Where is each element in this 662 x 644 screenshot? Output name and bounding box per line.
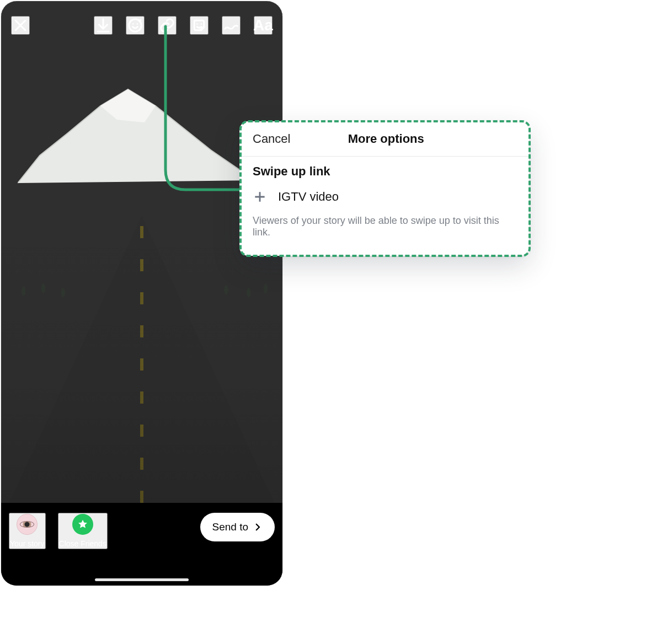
svg-point-2 (137, 23, 138, 25)
link-icon (159, 17, 175, 34)
svg-point-3 (196, 23, 198, 25)
send-to-button[interactable]: Send to (200, 513, 275, 541)
sheet-title: More options (256, 132, 516, 146)
sticker-button[interactable] (190, 16, 209, 35)
send-to-label: Send to (212, 521, 249, 533)
story-photo (1, 1, 282, 503)
your-story-destination[interactable]: Your story (9, 513, 46, 549)
road-illustration (9, 216, 274, 503)
plus-icon (253, 190, 267, 204)
mountain-illustration (18, 67, 255, 211)
your-story-label: Your story (10, 539, 45, 548)
home-indicator (95, 578, 189, 581)
draw-icon (223, 17, 239, 34)
face-filter-button[interactable] (126, 16, 145, 35)
close-icon (12, 17, 29, 34)
story-bottom-bar: Your story Close Friends Send to (1, 503, 282, 586)
close-friends-destination[interactable]: Close Friends (58, 513, 108, 549)
link-button[interactable] (158, 16, 177, 35)
close-friends-label: Close Friends (59, 539, 106, 548)
more-options-sheet: Cancel More options Swipe up link IGTV v… (239, 121, 529, 256)
sticker-icon (191, 17, 207, 34)
close-button[interactable] (11, 16, 30, 35)
igtv-video-label: IGTV video (278, 190, 339, 204)
chevron-right-icon (253, 522, 263, 532)
text-tool-icon: Aa (253, 18, 273, 33)
draw-button[interactable] (222, 16, 241, 35)
download-button[interactable] (94, 16, 113, 35)
svg-point-1 (132, 23, 134, 25)
story-toolbar: Aa (1, 11, 282, 40)
svg-point-4 (201, 23, 202, 25)
download-icon (95, 17, 111, 34)
sheet-header: Cancel More options (239, 121, 529, 157)
face-filter-icon (127, 17, 143, 34)
avatar (17, 514, 38, 535)
igtv-video-option[interactable]: IGTV video (253, 186, 516, 210)
close-friends-icon (72, 514, 93, 535)
swipe-up-link-heading: Swipe up link (253, 164, 516, 179)
swipe-up-hint: Viewers of your story will be able to sw… (253, 215, 516, 238)
text-tool-button[interactable]: Aa (254, 16, 273, 35)
story-editor-screen: Aa Your story Close Friends Send to (1, 1, 282, 586)
